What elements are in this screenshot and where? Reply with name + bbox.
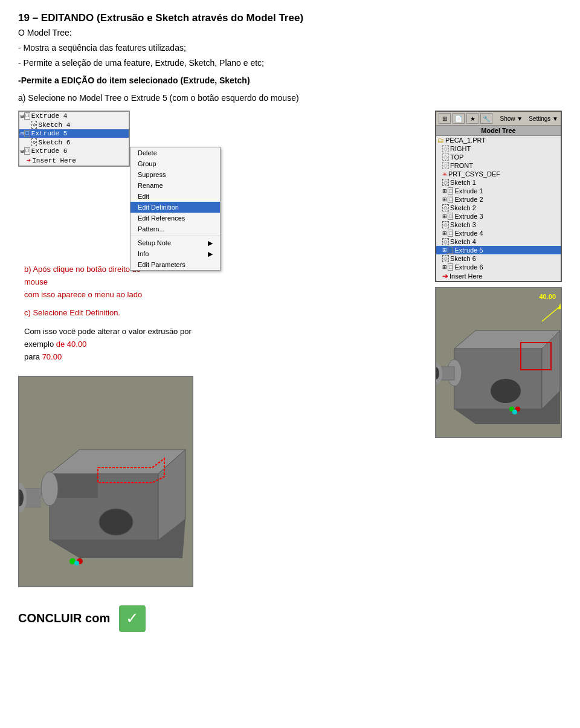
sketch-icon: ◇ xyxy=(442,204,449,211)
menu-item[interactable]: Pattern... xyxy=(130,224,220,234)
feature-icon: □ xyxy=(24,130,30,137)
left-column: ⊞□Extrude 4◇Sketch 4⊞□Extrude 5◇Sketch 6… xyxy=(18,111,224,587)
menu-item[interactable]: Rename xyxy=(130,180,220,191)
tree-item-label: Sketch 6 xyxy=(38,139,70,146)
title-section: 19 – EDITANDO (Extrusão e Sketch através… xyxy=(18,12,562,105)
check-icon-symbol: ✓ xyxy=(126,609,139,628)
tree-item-label: Extrude 4 xyxy=(454,230,483,237)
extrude-icon: □ xyxy=(448,187,453,195)
csys-icon: ✳ xyxy=(442,171,447,178)
extrude-icon: □ xyxy=(448,230,453,237)
menu-item-label: Edit Parameters xyxy=(138,261,185,268)
toolbar-icon-copy[interactable]: 📄 xyxy=(453,113,465,124)
menu-item[interactable]: Group xyxy=(130,158,220,169)
menu-item-label: Suppress xyxy=(138,171,166,178)
tree-item[interactable]: ⊞□Extrude 5 xyxy=(436,246,561,254)
feature-icon: □ xyxy=(24,112,30,120)
tree-item[interactable]: ⊞□Extrude 1 xyxy=(436,187,561,195)
menu-item-label: Edit xyxy=(138,193,149,200)
menu-item[interactable]: Setup Note▶ xyxy=(130,237,220,248)
plane-icon: ◇ xyxy=(442,162,449,169)
tree-item[interactable]: ◇RIGHT xyxy=(436,144,561,153)
tree-item[interactable]: ➔Insert Here xyxy=(19,155,129,166)
model-tree-header: Model Tree xyxy=(436,126,561,136)
sub-arrow: ▶ xyxy=(208,250,213,258)
check-button[interactable]: ✓ xyxy=(119,605,146,632)
expand-icon: ⊞ xyxy=(442,196,447,202)
tree-item-label: TOP xyxy=(450,153,463,161)
tree-item[interactable]: ⊞□Extrude 4 xyxy=(19,112,129,120)
bullet2: - Permite a seleção de uma feature, Extr… xyxy=(18,57,562,69)
extrude-icon: □ xyxy=(448,213,453,220)
menu-item[interactable]: Info▶ xyxy=(130,248,220,259)
arrow-icon: ➔ xyxy=(442,272,448,280)
sketch-icon: ◇ xyxy=(31,138,37,146)
tree-item[interactable]: ⊞□Extrude 6 xyxy=(19,147,129,155)
bullet1: - Mostra a seqüência das features utiliz… xyxy=(18,42,562,54)
tree-item[interactable]: ◇Sketch 4 xyxy=(436,237,561,246)
page-title: 19 – EDITANDO (Extrusão e Sketch através… xyxy=(18,12,562,24)
tree-item[interactable]: 🗂PECA_1.PRT xyxy=(436,136,561,144)
expander: ⊞ xyxy=(21,113,24,120)
paragraph1: O Model Tree: xyxy=(18,27,562,39)
extrude-icon: □ xyxy=(448,246,453,254)
footer-label: CONCLUIR com xyxy=(18,611,110,625)
tree-item-label: Insert Here xyxy=(450,272,482,280)
menu-item-label: Rename xyxy=(138,182,163,189)
top-right-model-tree: ⊞ 📄 ★ 🔧 Show ▼ Settings ▼ Model Tree 🗂PE… xyxy=(435,111,562,282)
settings-label[interactable]: Settings ▼ xyxy=(529,115,558,122)
tree-item-label: Sketch 4 xyxy=(450,238,476,245)
menu-item-label: Info xyxy=(138,250,149,257)
tree-item[interactable]: ◇Sketch 3 xyxy=(436,221,561,229)
annotation-d-text: Com isso você pode alterar o valor extru… xyxy=(24,326,199,363)
tree-toolbar: ⊞ 📄 ★ 🔧 Show ▼ Settings ▼ xyxy=(436,112,561,126)
tree-item[interactable]: ⊞□Extrude 2 xyxy=(436,195,561,204)
tree-item-label: Extrude 6 xyxy=(31,147,67,155)
tree-item-label: Extrude 5 xyxy=(31,130,67,137)
context-menu[interactable]: DeleteGroupSuppressRenameEditEdit Defini… xyxy=(130,147,221,271)
menu-item[interactable]: Edit Parameters xyxy=(130,259,220,270)
tree-item-label: Extrude 5 xyxy=(454,246,483,254)
tree-item[interactable]: ◇FRONT xyxy=(436,161,561,170)
tree-item[interactable]: ◇Sketch 6 xyxy=(19,138,129,147)
tree-item-label: Extrude 2 xyxy=(454,196,483,203)
tree-item-label: PECA_1.PRT xyxy=(445,137,486,144)
annotation-c-text: c) Selecione Edit Definition. xyxy=(24,307,199,320)
tree-item[interactable]: ◇Sketch 6 xyxy=(436,254,561,263)
menu-item[interactable]: Edit References xyxy=(130,213,220,224)
menu-item[interactable]: Edit Definition xyxy=(130,202,220,213)
toolbar-icon-tool[interactable]: 🔧 xyxy=(480,113,492,124)
extrude-icon: □ xyxy=(448,263,453,271)
toolbar-icon-star[interactable]: ★ xyxy=(466,113,478,124)
tree-item-label: Sketch 1 xyxy=(450,179,476,186)
menu-item[interactable]: Delete xyxy=(130,147,220,158)
sketch-icon: ◇ xyxy=(442,221,449,228)
main-layout: ⊞□Extrude 4◇Sketch 4⊞□Extrude 5◇Sketch 6… xyxy=(18,111,562,587)
3d-view-left xyxy=(18,376,193,587)
show-label[interactable]: Show ▼ xyxy=(500,115,523,122)
menu-item-label: Edit Definition xyxy=(138,204,179,211)
tree-item[interactable]: ➔Insert Here xyxy=(436,271,561,281)
expander: ⊞ xyxy=(21,148,24,155)
tree-item[interactable]: ⊞□Extrude 6 xyxy=(436,263,561,271)
tree-item[interactable]: ⊞□Extrude 4 xyxy=(436,229,561,237)
toolbar-icon-grid[interactable]: ⊞ xyxy=(439,113,451,124)
dimension-label: 40.00 xyxy=(539,293,556,300)
selecione-text: a) Selecione no Model Tree o Extrude 5 (… xyxy=(18,92,562,105)
tree-item[interactable]: ⊞□Extrude 3 xyxy=(436,212,561,221)
right-column: ⊞ 📄 ★ 🔧 Show ▼ Settings ▼ Model Tree 🗂PE… xyxy=(233,111,562,587)
expand-icon: ⊞ xyxy=(442,188,447,194)
menu-item[interactable]: Suppress xyxy=(130,169,220,180)
tree-item-label: Extrude 4 xyxy=(31,112,67,120)
tree-item-label: Sketch 2 xyxy=(450,204,476,211)
tree-item[interactable]: ◇Sketch 2 xyxy=(436,204,561,212)
tree-item[interactable]: ◇TOP xyxy=(436,153,561,161)
tree-item[interactable]: ⊞□Extrude 5 xyxy=(19,129,129,138)
annotation-b: b) Após clique no botão direito domousec… xyxy=(24,263,199,364)
arrow-icon: ➔ xyxy=(27,156,31,165)
tree-item[interactable]: ✳PRT_CSYS_DEF xyxy=(436,170,561,178)
tree-item[interactable]: ◇Sketch 4 xyxy=(19,120,129,129)
menu-item[interactable]: Edit xyxy=(130,191,220,202)
tree-item-label: Extrude 3 xyxy=(454,213,483,220)
tree-item[interactable]: ◇Sketch 1 xyxy=(436,178,561,187)
